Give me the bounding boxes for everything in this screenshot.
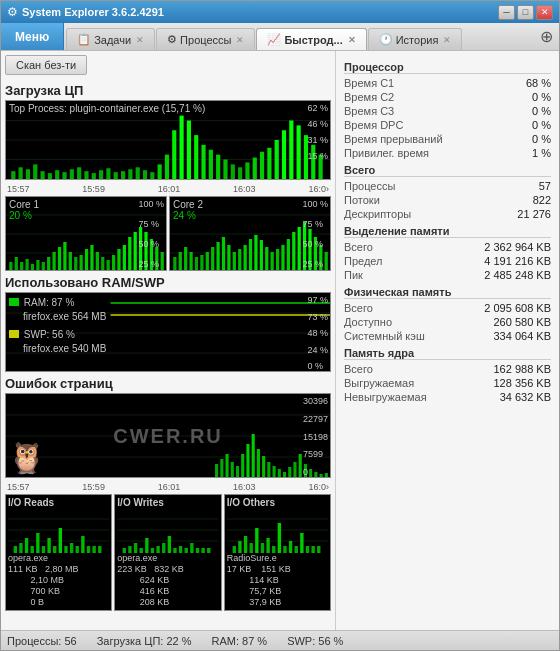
tab-tasks-close[interactable]: ✕ xyxy=(136,35,144,45)
io-others-box: I/O Others xyxy=(224,494,331,611)
right-row-virt-peak: Пик 2 485 248 KB xyxy=(344,268,551,282)
svg-rect-55 xyxy=(42,262,45,271)
core1-pct: 20 % xyxy=(9,210,32,221)
value-interrupts: 0 % xyxy=(532,133,551,145)
svg-rect-22 xyxy=(150,172,154,179)
tab-performance[interactable]: 📈 Быстрод... ✕ xyxy=(256,28,366,50)
scan-button[interactable]: Скан без-ти xyxy=(5,55,87,75)
svg-rect-9 xyxy=(55,170,59,179)
svg-rect-15 xyxy=(99,170,103,179)
right-row-kern-total: Всего 162 988 KB xyxy=(344,362,551,376)
svg-rect-18 xyxy=(121,171,125,179)
svg-rect-14 xyxy=(92,173,96,179)
tab-history[interactable]: 🕐 История ✕ xyxy=(368,28,463,50)
tab-tasks[interactable]: 📋 Задачи ✕ xyxy=(66,28,155,50)
svg-rect-170 xyxy=(179,546,182,553)
svg-rect-53 xyxy=(31,264,34,271)
svg-rect-100 xyxy=(276,249,279,271)
svg-rect-188 xyxy=(283,546,286,553)
svg-rect-30 xyxy=(209,150,213,179)
right-row-virt-total: Всего 2 362 964 KB xyxy=(344,240,551,254)
svg-rect-68 xyxy=(112,255,115,271)
left-panel: Скан без-ти Загрузка ЦП Top Process: plu… xyxy=(1,51,336,630)
svg-rect-27 xyxy=(187,121,191,180)
close-button[interactable]: ✕ xyxy=(536,5,553,20)
ram-row1: RAM: 87 % xyxy=(9,296,106,310)
io-writes-box: I/O Writes xyxy=(114,494,221,611)
svg-rect-189 xyxy=(289,541,292,553)
right-panel: Процессор Время С1 68 % Время С2 0 % Вре… xyxy=(336,51,559,630)
svg-rect-59 xyxy=(63,242,66,271)
tab-processes-close[interactable]: ✕ xyxy=(236,35,244,45)
fault-chart: CWER.RU 🦉 30396 22797 15198 7599 0 xyxy=(5,393,331,478)
svg-rect-21 xyxy=(143,170,147,179)
ram-info: RAM: 87 % firefox.exe 564 MB SWP: 56 % f… xyxy=(9,296,106,356)
svg-rect-166 xyxy=(157,546,160,553)
physical-rows: Всего 2 095 608 KB Доступно 260 580 KB С… xyxy=(344,301,551,343)
svg-rect-17 xyxy=(114,172,118,179)
core1-label-25: 25 % xyxy=(138,259,164,269)
svg-rect-61 xyxy=(74,257,77,271)
svg-rect-83 xyxy=(184,247,187,271)
ram-chart: RAM: 87 % firefox.exe 564 MB SWP: 56 % f… xyxy=(5,292,331,372)
tab-history-close[interactable]: ✕ xyxy=(443,35,451,45)
right-row-kern-paged: Выгружаемая 128 356 KB xyxy=(344,376,551,390)
svg-rect-20 xyxy=(136,167,140,179)
svg-rect-8 xyxy=(48,173,52,179)
svg-rect-93 xyxy=(238,249,241,271)
status-bar: Процессы: 56 Загрузка ЦП: 22 % RAM: 87 %… xyxy=(1,630,559,650)
value-phys-avail: 260 580 KB xyxy=(494,316,552,328)
value-priv: 1 % xyxy=(532,147,551,159)
svg-rect-184 xyxy=(260,543,263,553)
svg-rect-24 xyxy=(165,155,169,179)
core2-pct: 24 % xyxy=(173,210,196,221)
svg-rect-155 xyxy=(92,546,95,553)
label-interrupts: Время прерываний xyxy=(344,133,443,145)
svg-rect-123 xyxy=(252,434,255,478)
svg-rect-40 xyxy=(282,130,286,179)
core1-label-50: 50 % xyxy=(138,239,164,249)
ram-row2: SWP: 56 % xyxy=(9,328,106,342)
svg-rect-129 xyxy=(283,472,286,478)
core2-name: Core 2 xyxy=(173,199,203,210)
svg-rect-33 xyxy=(231,164,235,179)
fault-time-4: 16:03 xyxy=(233,482,256,492)
maximize-button[interactable]: □ xyxy=(517,5,534,20)
io-reads-labels: opera.exe 111 KB 2,80 MB 2,10 MB 700 KB … xyxy=(8,553,109,608)
cpu-label-46: 46 % xyxy=(307,119,328,129)
tab-processes[interactable]: ⚙ Процессы ✕ xyxy=(156,28,255,50)
svg-rect-25 xyxy=(172,130,176,179)
svg-rect-23 xyxy=(158,164,162,179)
svg-rect-150 xyxy=(64,546,67,553)
tab-add-button[interactable]: ⊕ xyxy=(534,23,559,50)
io-section: I/O Reads xyxy=(5,494,331,611)
svg-rect-146 xyxy=(42,546,45,553)
tab-performance-close[interactable]: ✕ xyxy=(348,35,356,45)
svg-rect-153 xyxy=(81,536,84,553)
label-virt-peak: Пик xyxy=(344,269,363,281)
svg-rect-143 xyxy=(25,538,28,553)
label-threads: Потоки xyxy=(344,194,380,206)
right-row-phys-avail: Доступно 260 580 KB xyxy=(344,315,551,329)
svg-rect-34 xyxy=(238,167,242,179)
value-threads: 822 xyxy=(533,194,551,206)
minimize-button[interactable]: ─ xyxy=(498,5,515,20)
core1-right-labels: 100 % 75 % 50 % 25 % 0 % xyxy=(138,199,164,271)
value-kern-nonpaged: 34 632 KB xyxy=(500,391,551,403)
ram-label2b: firefox.exe 540 MB xyxy=(23,343,106,354)
fault-time-2: 15:59 xyxy=(82,482,105,492)
window-title: System Explorer 3.6.2.4291 xyxy=(22,6,164,18)
svg-rect-92 xyxy=(233,252,236,271)
physical-title: Физическая память xyxy=(344,286,551,299)
svg-rect-142 xyxy=(19,543,22,553)
svg-rect-191 xyxy=(300,533,303,553)
menu-button[interactable]: Меню xyxy=(1,23,64,50)
core1-chart: Core 1 20 % 100 % 75 % 50 % 25 % 0 % xyxy=(5,196,167,271)
cpu-top-process: Top Process: plugin-container.exe (15,71… xyxy=(9,103,205,114)
value-kern-paged: 128 356 KB xyxy=(494,377,552,389)
ram-green-indicator xyxy=(9,298,19,306)
tab-performance-label: Быстрод... xyxy=(284,34,342,46)
svg-rect-88 xyxy=(211,247,214,271)
svg-rect-194 xyxy=(317,546,320,553)
svg-rect-52 xyxy=(25,259,28,271)
